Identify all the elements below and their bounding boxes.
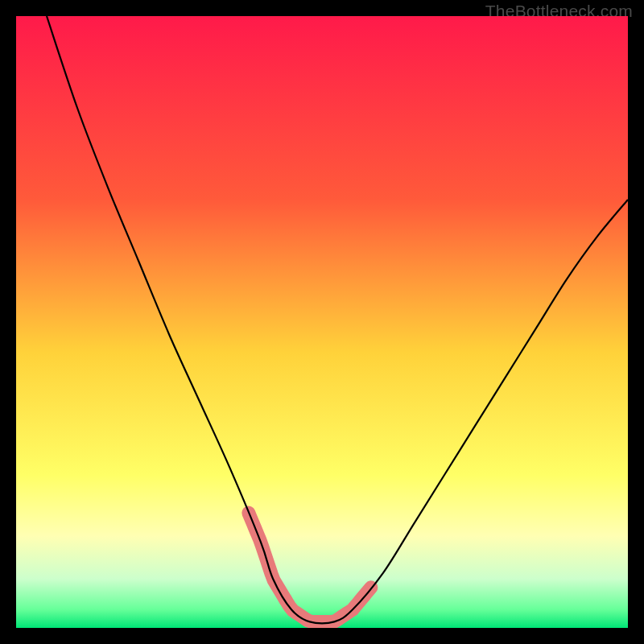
chart-frame: TheBottleneck.com — [0, 0, 644, 644]
chart-background — [16, 16, 628, 628]
chart-svg — [16, 16, 628, 628]
chart-plot-area — [16, 16, 628, 628]
